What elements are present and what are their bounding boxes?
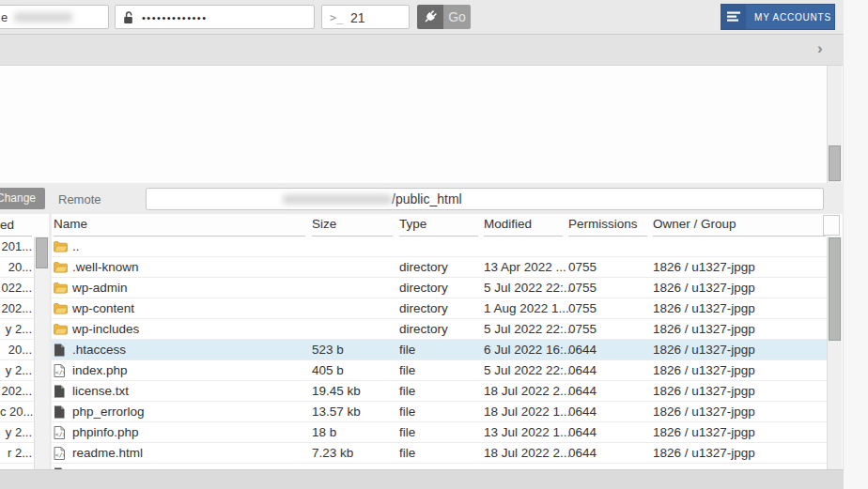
local-row[interactable]: y 2... <box>0 422 34 443</box>
file-name: php_errorlog <box>72 405 145 419</box>
folder-icon <box>54 302 68 317</box>
scroll-corner <box>823 215 840 236</box>
local-row[interactable]: 202... <box>0 298 34 319</box>
password-mask: ••••••••••••• <box>142 12 208 23</box>
header-name[interactable]: Name <box>54 217 305 237</box>
file-permissions: 0644 <box>568 446 597 460</box>
local-row[interactable]: 022... <box>0 278 34 298</box>
file-name: .htaccess <box>72 343 126 357</box>
table-row[interactable]: </> readme.html 7.23 kb file 18 Jul 2022… <box>52 443 827 464</box>
local-header-fragment: ed <box>0 218 14 232</box>
remote-scrollbar-thumb[interactable] <box>829 237 841 341</box>
table-row[interactable]: .well-known directory 13 Apr 2022 ... 07… <box>52 257 827 278</box>
file-permissions: 0755 <box>568 322 597 336</box>
file-permissions: 0755 <box>568 260 597 274</box>
terminal-prompt-icon: >_ <box>330 11 343 24</box>
port-value: 21 <box>350 10 365 25</box>
file-dark-icon <box>54 344 65 359</box>
table-row[interactable]: wp-includes directory 5 Jul 2022 22:... … <box>52 319 827 340</box>
svg-text:</>: </> <box>55 431 65 438</box>
change-button[interactable]: Change <box>0 188 45 209</box>
file-modified: 5 Jul 2022 22:... <box>484 322 574 336</box>
port-input[interactable]: >_ 21 <box>321 5 410 29</box>
local-row[interactable]: 201... <box>0 237 34 257</box>
connect-go-button[interactable]: Go <box>417 5 471 29</box>
file-owner-group: 1826 / u1327-jpgp <box>653 343 755 357</box>
file-modified: 5 Jul 2022 22:... <box>484 281 574 295</box>
local-row[interactable]: y 2... <box>0 360 34 381</box>
remote-scrollbar-track[interactable] <box>827 237 842 469</box>
upper-scrollbar-thumb[interactable] <box>829 145 841 181</box>
file-owner-group: 1826 / u1327-jpgp <box>653 425 755 439</box>
folder-icon <box>54 282 68 297</box>
file-name: wp-includes <box>72 322 139 336</box>
host-input[interactable]: e <box>0 5 109 29</box>
folder-icon <box>54 323 68 338</box>
header-modified[interactable]: Modified <box>484 217 563 237</box>
local-row[interactable]: y 2... <box>0 319 34 340</box>
file-type: directory <box>399 301 448 315</box>
secondary-toolbar-band: › <box>0 35 844 66</box>
file-permissions: 0755 <box>568 301 597 315</box>
local-row[interactable]: 202... <box>0 381 34 402</box>
file-permissions: 0644 <box>568 384 597 398</box>
header-owner-group[interactable]: Owner / Group <box>653 217 826 237</box>
upper-scrollbar-track[interactable] <box>827 66 842 183</box>
file-permissions: 0755 <box>568 281 597 295</box>
table-row[interactable]: wp-admin directory 5 Jul 2022 22:... 075… <box>52 278 827 298</box>
local-row[interactable]: r 2... <box>0 443 34 464</box>
file-modified: 13 Apr 2022 ... <box>484 260 566 274</box>
table-row[interactable]: .htaccess 523 b file 6 Jul 2022 16:... 0… <box>52 340 827 360</box>
file-code-icon: </> <box>54 447 65 463</box>
my-accounts-button[interactable]: MY ACCOUNTS <box>721 4 835 30</box>
password-input[interactable]: ••••••••••••• <box>115 5 315 29</box>
file-owner-group: 1826 / u1327-jpgp <box>653 281 755 295</box>
file-modified: 5 Jul 2022 22:... <box>484 363 574 377</box>
chevron-right-icon[interactable]: › <box>817 39 823 58</box>
table-header-row: Name Size Type Modified Permissions Owne… <box>52 214 827 237</box>
file-dark-icon <box>54 405 65 421</box>
file-permissions: 0644 <box>568 343 597 357</box>
file-size: 13.57 kb <box>312 405 361 419</box>
file-name: wp-admin <box>72 281 128 295</box>
accounts-list-icon <box>721 5 746 29</box>
table-row[interactable]: license.txt 19.45 kb file 18 Jul 2022 2.… <box>52 381 827 402</box>
file-owner-group: 1826 / u1327-jpgp <box>653 301 755 315</box>
table-row[interactable]: .. <box>52 237 827 257</box>
header-permissions[interactable]: Permissions <box>568 217 647 237</box>
file-size: 7.23 kb <box>312 446 353 460</box>
remote-path-input[interactable]: /public_html <box>146 188 824 210</box>
connection-toolbar: e ••••••••••••• >_ 21 Go MY ACCOUNTS <box>0 0 844 35</box>
table-row[interactable]: php_errorlog 13.57 kb file 18 Jul 2022 1… <box>52 402 827 422</box>
file-modified: 18 Jul 2022 2... <box>484 446 570 460</box>
table-row[interactable]: wp-content directory 1 Aug 2022 1... 075… <box>52 298 827 319</box>
header-type[interactable]: Type <box>399 217 478 237</box>
table-row[interactable]: </> phpinfo.php 18 b file 13 Jul 2022 1.… <box>52 422 827 443</box>
file-type: file <box>399 363 415 377</box>
remote-file-table: Name Size Type Modified Permissions Owne… <box>52 214 827 469</box>
file-code-icon: </> <box>54 364 65 380</box>
local-scrollbar-thumb[interactable] <box>36 237 48 268</box>
bottom-status-band <box>0 469 844 489</box>
local-scrollbar-track[interactable] <box>34 237 49 469</box>
file-modified: 6 Jul 2022 16:... <box>484 343 574 357</box>
file-type: file <box>399 343 415 357</box>
file-dark-icon <box>54 385 65 401</box>
local-row[interactable]: 20... <box>0 257 34 278</box>
file-size: 18 b <box>312 425 336 439</box>
my-accounts-label: MY ACCOUNTS <box>746 12 831 23</box>
local-row[interactable]: c 20... <box>0 402 34 422</box>
local-row[interactable]: 20... <box>0 340 34 360</box>
table-body: .. .well-known directory 13 Apr 2022 ...… <box>52 237 827 469</box>
file-code-icon: </> <box>54 426 65 442</box>
file-size: 405 b <box>312 363 344 377</box>
folder-icon <box>54 261 68 276</box>
file-name: .well-known <box>72 260 139 274</box>
local-modified-column-header[interactable]: ed <box>0 214 34 237</box>
file-modified: 1 Aug 2022 1... <box>484 301 569 315</box>
file-size: 523 b <box>312 343 344 357</box>
file-name: readme.html <box>72 446 143 460</box>
table-row[interactable]: </> index.php 405 b file 5 Jul 2022 22:.… <box>52 360 827 381</box>
file-type: directory <box>399 322 448 336</box>
header-size[interactable]: Size <box>312 217 393 237</box>
